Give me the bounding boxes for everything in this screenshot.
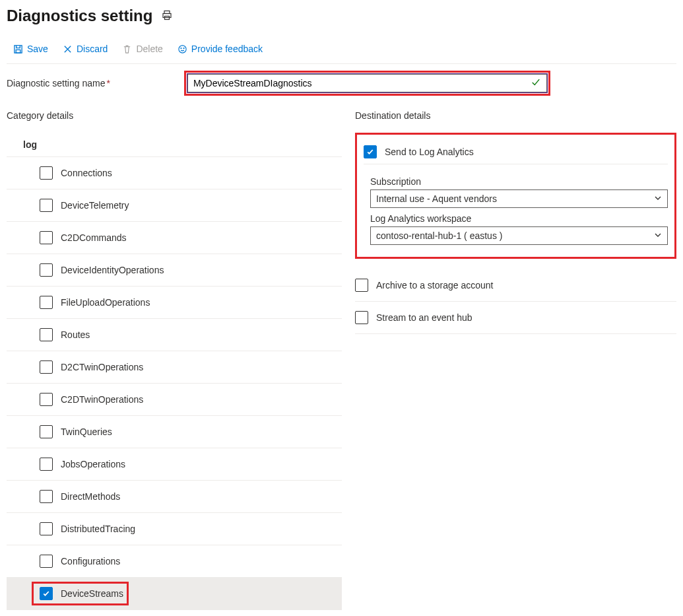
setting-name-highlight [184,71,550,96]
category-item-connections[interactable]: Connections [7,157,342,189]
category-checkbox[interactable] [40,587,53,600]
category-label: DeviceStreams [61,588,123,599]
checkmark-icon [531,78,540,89]
destination-details-title: Destination details [355,110,676,121]
save-button[interactable]: Save [7,41,55,57]
setting-name-input[interactable] [187,74,547,92]
category-checkbox[interactable] [40,166,53,180]
print-icon[interactable] [162,10,172,22]
category-label: FileUploadOperations [61,297,150,308]
category-details-title: Category details [7,110,342,121]
svg-rect-1 [163,13,171,17]
category-label: C2DTwinOperations [61,394,143,405]
archive-checkbox[interactable] [355,279,368,292]
chevron-down-icon [654,230,662,241]
archive-row[interactable]: Archive to a storage account [355,269,676,302]
svg-point-5 [179,45,186,52]
svg-rect-0 [164,11,170,13]
discard-label: Discard [77,44,108,54]
category-item-c2dtwinoperations[interactable]: C2DTwinOperations [7,384,342,416]
svg-rect-4 [16,50,20,53]
category-checkbox[interactable] [40,555,53,568]
stream-checkbox[interactable] [355,311,368,324]
log-analytics-highlight: Send to Log Analytics Subscription Inter… [355,133,676,259]
category-item-distributedtracing[interactable]: DistributedTracing [7,513,342,545]
page-title: Diagnostics setting [7,7,152,25]
toolbar: Save Discard Delete Provide feedback [7,37,676,64]
category-checkbox[interactable] [40,360,53,374]
subscription-select[interactable]: Internal use - Aquent vendors [370,189,668,208]
workspace-label: Log Analytics workspace [370,213,668,224]
category-checkbox[interactable] [40,522,53,535]
category-item-directmethods[interactable]: DirectMethods [7,481,342,513]
category-label: D2CTwinOperations [61,362,143,372]
category-checkbox[interactable] [40,296,53,309]
subscription-label: Subscription [370,176,668,187]
category-label: Connections [61,168,112,178]
category-checkbox[interactable] [40,490,53,503]
setting-name-label: Diagnostic setting name* [7,78,110,88]
stream-row[interactable]: Stream to an event hub [355,302,676,334]
delete-label: Delete [136,44,162,54]
category-checkbox[interactable] [40,425,53,438]
send-to-log-analytics-checkbox[interactable] [364,145,377,158]
chevron-down-icon [654,193,662,204]
category-checkbox[interactable] [40,328,53,341]
category-item-c2dcommands[interactable]: C2DCommands [7,222,342,254]
send-to-log-analytics-row[interactable]: Send to Log Analytics [364,140,668,164]
workspace-select[interactable]: contoso-rental-hub-1 ( eastus ) [370,226,668,245]
category-item-twinqueries[interactable]: TwinQueries [7,416,342,448]
category-item-routes[interactable]: Routes [7,319,342,351]
category-item-devicetelemetry[interactable]: DeviceTelemetry [7,189,342,222]
save-label: Save [27,44,48,54]
category-label: DistributedTracing [61,524,135,534]
send-to-log-analytics-label: Send to Log Analytics [385,147,474,157]
feedback-label: Provide feedback [191,44,263,54]
category-label: TwinQueries [61,427,112,437]
required-asterisk: * [106,78,110,88]
category-checkbox[interactable] [40,231,53,244]
discard-button[interactable]: Discard [56,41,114,57]
workspace-value: contoso-rental-hub-1 ( eastus ) [376,230,502,241]
category-label: DeviceIdentityOperations [61,265,164,275]
category-label: Configurations [61,556,120,566]
category-item-d2ctwinoperations[interactable]: D2CTwinOperations [7,351,342,384]
svg-point-6 [181,48,181,48]
category-item-jobsoperations[interactable]: JobsOperations [7,448,342,481]
log-heading: log [7,133,342,157]
category-label: JobsOperations [61,459,125,469]
category-label: Routes [61,329,90,340]
category-checkbox[interactable] [40,199,53,212]
metric-heading: metric [7,610,342,616]
category-item-configurations[interactable]: Configurations [7,545,342,578]
category-item-devicestreams[interactable]: DeviceStreams [7,578,342,610]
category-label: DeviceTelemetry [61,200,129,211]
svg-point-7 [183,48,184,48]
stream-label: Stream to an event hub [376,312,472,323]
feedback-button[interactable]: Provide feedback [171,41,269,57]
category-item-fileuploadoperations[interactable]: FileUploadOperations [7,287,342,319]
category-checkbox[interactable] [40,393,53,406]
delete-button: Delete [115,41,169,57]
archive-label: Archive to a storage account [376,280,493,291]
category-item-deviceidentityoperations[interactable]: DeviceIdentityOperations [7,254,342,287]
category-label: DirectMethods [61,491,120,502]
subscription-value: Internal use - Aquent vendors [376,193,497,204]
category-checkbox[interactable] [40,263,53,277]
category-label: C2DCommands [61,232,127,243]
category-checkbox[interactable] [40,458,53,471]
